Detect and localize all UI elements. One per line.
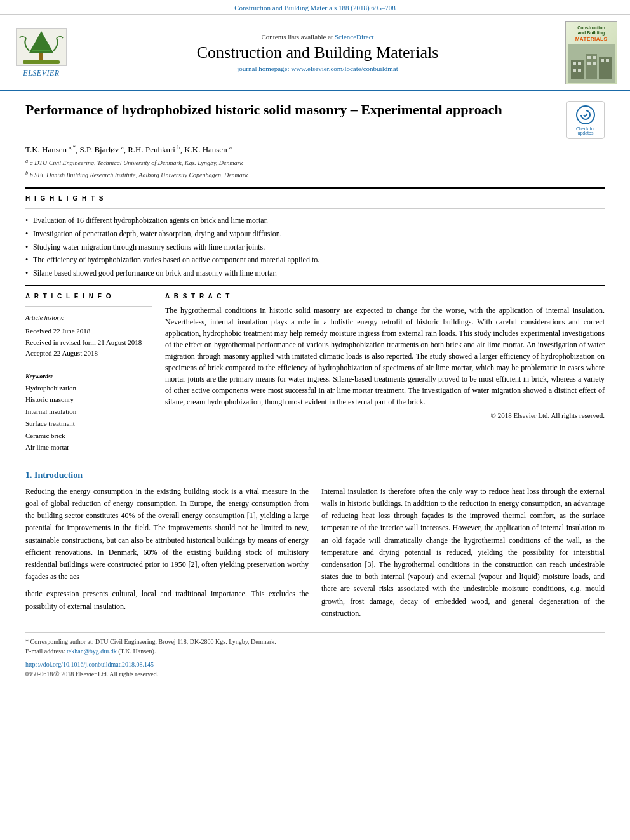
email-address: E-mail address: tekhan@byg.dtu.dk (T.K. … bbox=[25, 646, 605, 656]
affiliation-1: a a DTU Civil Engineering, Technical Uni… bbox=[25, 157, 605, 168]
article-history-label: Article history: bbox=[25, 313, 152, 323]
highlights-list: Evaluation of 16 different hydrophobizat… bbox=[25, 215, 605, 279]
header-center: Contents lists available at ScienceDirec… bbox=[80, 33, 555, 72]
highlight-item-4: The efficiency of hydrophobization varie… bbox=[25, 255, 605, 265]
svg-rect-13 bbox=[587, 56, 591, 59]
svg-rect-10 bbox=[578, 62, 581, 65]
elsevier-tree-icon bbox=[16, 28, 67, 66]
divider-intro bbox=[25, 460, 605, 460]
highlights-section: H I G H L I G H T S Evaluation of 16 dif… bbox=[25, 195, 605, 279]
journal-reference-text: Construction and Building Materials 188 … bbox=[234, 4, 396, 11]
corresponding-author: * Corresponding author at: DTU Civil Eng… bbox=[25, 637, 605, 646]
article-title-section: Performance of hydrophobized historic so… bbox=[25, 101, 605, 139]
email-attribution: (T.K. Hansen). bbox=[118, 648, 156, 655]
svg-rect-17 bbox=[601, 59, 604, 62]
authors-text: T.K. Hansen a,*, S.P. Bjarløv a, R.H. Pe… bbox=[25, 145, 232, 154]
article-info-divider bbox=[25, 306, 152, 307]
divider-thick bbox=[25, 187, 605, 189]
intro-col-1: Reducing the energy consumption in the e… bbox=[25, 486, 309, 625]
check-updates-label: Check for updates bbox=[570, 126, 601, 135]
abstract-label: A B S T R A C T bbox=[165, 293, 605, 300]
svg-rect-18 bbox=[606, 59, 609, 62]
elsevier-brand-text: ELSEVIER bbox=[23, 69, 59, 78]
intro-heading: 1. Introduction bbox=[25, 470, 605, 481]
svg-rect-16 bbox=[593, 62, 596, 65]
intro-text-columns: Reducing the energy consumption in the e… bbox=[25, 486, 605, 625]
contents-line: Contents lists available at ScienceDirec… bbox=[80, 33, 555, 41]
journal-reference-bar: Construction and Building Materials 188 … bbox=[0, 0, 630, 15]
svg-rect-4 bbox=[23, 60, 60, 64]
highlight-item-2: Investigation of penetration depth, wate… bbox=[25, 229, 605, 239]
keywords-label: Keywords: bbox=[25, 373, 152, 380]
keyword-1: Hydrophobization bbox=[25, 382, 152, 394]
svg-rect-0 bbox=[39, 53, 43, 62]
svg-rect-11 bbox=[573, 69, 576, 72]
article-info-abstract: A R T I C L E I N F O Article history: R… bbox=[25, 293, 605, 453]
keywords-list: Hydrophobization Historic masonry Intern… bbox=[25, 382, 152, 453]
main-content: Performance of hydrophobized historic so… bbox=[0, 91, 630, 689]
journal-title: Construction and Building Materials bbox=[80, 43, 555, 62]
footnotes: * Corresponding author at: DTU Civil Eng… bbox=[25, 632, 605, 679]
issn-line: 0950-0618/© 2018 Elsevier Ltd. All right… bbox=[25, 669, 605, 679]
journal-homepage: journal homepage: www.elsevier.com/locat… bbox=[80, 65, 555, 72]
highlight-item-5: Silane based showed good performance on … bbox=[25, 268, 605, 279]
doi-line: https://doi.org/10.1016/j.conbuildmat.20… bbox=[25, 660, 605, 669]
article-info-column: A R T I C L E I N F O Article history: R… bbox=[25, 293, 152, 453]
received-revised-date: Received in revised form 21 August 2018 bbox=[25, 337, 152, 349]
abstract-column: A B S T R A C T The hygrothermal conditi… bbox=[165, 293, 605, 453]
doi-link[interactable]: https://doi.org/10.1016/j.conbuildmat.20… bbox=[25, 661, 154, 668]
intro-para-3: Internal insulation is therefore often t… bbox=[321, 486, 605, 620]
article-info-label: A R T I C L E I N F O bbox=[25, 293, 152, 300]
keyword-3: Internal insulation bbox=[25, 406, 152, 418]
highlight-item-1: Evaluation of 16 different hydrophobizat… bbox=[25, 215, 605, 226]
svg-rect-14 bbox=[593, 56, 596, 59]
elsevier-logo: ELSEVIER bbox=[13, 28, 70, 78]
highlights-divider bbox=[25, 208, 605, 209]
keywords-divider bbox=[25, 366, 152, 366]
divider-thick-2 bbox=[25, 285, 605, 286]
email-link[interactable]: tekhan@byg.dtu.dk bbox=[67, 648, 117, 655]
contents-text: Contents lists available at bbox=[261, 33, 333, 41]
svg-rect-12 bbox=[578, 69, 581, 72]
highlights-label: H I G H L I G H T S bbox=[25, 195, 605, 202]
abstract-text: The hygrothermal conditions in historic … bbox=[165, 305, 605, 408]
email-label: E-mail address: bbox=[25, 648, 67, 655]
journal-cover-thumbnail: Constructionand Building MATERIALS bbox=[565, 21, 617, 84]
check-updates-icon bbox=[576, 105, 595, 124]
intro-para-1: Reducing the energy consumption in the e… bbox=[25, 486, 309, 583]
affiliation-2: b b SBi, Danish Building Research Instit… bbox=[25, 170, 605, 180]
intro-para-2: thetic expression presents cultural, loc… bbox=[25, 588, 309, 612]
journal-cover-title: Constructionand Building MATERIALS bbox=[575, 25, 608, 42]
keyword-2: Historic masonry bbox=[25, 394, 152, 406]
page: Construction and Building Materials 188 … bbox=[0, 0, 630, 840]
keyword-5: Ceramic brick bbox=[25, 430, 152, 442]
authors-line: T.K. Hansen a,*, S.P. Bjarløv a, R.H. Pe… bbox=[25, 144, 605, 155]
keywords-section: Keywords: Hydrophobization Historic maso… bbox=[25, 373, 152, 453]
affiliations: a a DTU Civil Engineering, Technical Uni… bbox=[25, 157, 605, 180]
intro-col-2: Internal insulation is therefore often t… bbox=[321, 486, 605, 625]
svg-rect-9 bbox=[573, 62, 576, 65]
check-for-updates-badge[interactable]: Check for updates bbox=[566, 101, 605, 139]
article-history: Article history: Received 22 June 2018 R… bbox=[25, 313, 152, 359]
introduction-section: 1. Introduction Reducing the energy cons… bbox=[25, 470, 605, 625]
received-date: Received 22 June 2018 bbox=[25, 326, 152, 337]
copyright-line: © 2018 Elsevier Ltd. All rights reserved… bbox=[165, 411, 605, 419]
highlight-item-3: Studying water migration through masonry… bbox=[25, 242, 605, 253]
svg-rect-15 bbox=[587, 62, 591, 65]
accepted-date: Accepted 22 August 2018 bbox=[25, 348, 152, 359]
journal-cover-image bbox=[568, 44, 615, 83]
sciencedirect-link[interactable]: ScienceDirect bbox=[335, 33, 374, 41]
journal-header: ELSEVIER Contents lists available at Sci… bbox=[0, 15, 630, 91]
article-title: Performance of hydrophobized historic so… bbox=[25, 101, 556, 119]
svg-marker-3 bbox=[30, 34, 52, 50]
keyword-4: Surface treatment bbox=[25, 418, 152, 430]
keyword-6: Air lime mortar bbox=[25, 441, 152, 453]
